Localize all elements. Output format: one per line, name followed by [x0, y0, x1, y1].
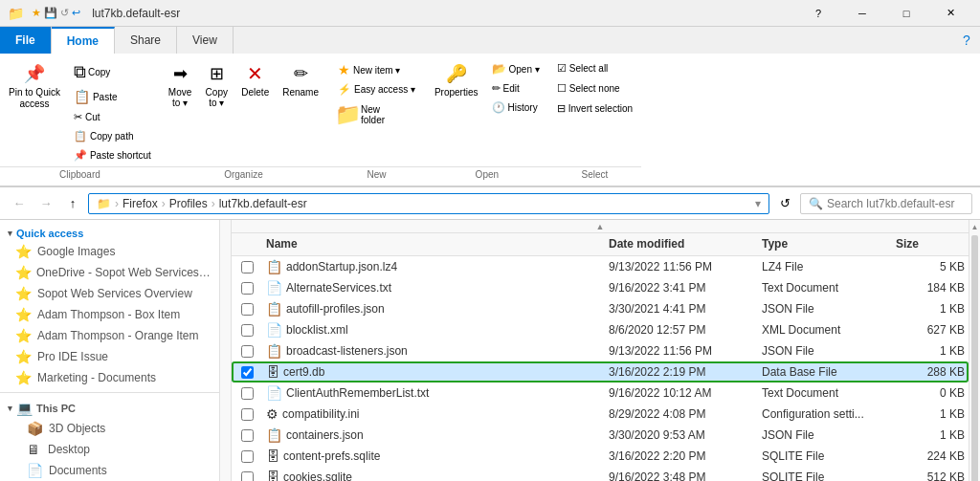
- tab-home[interactable]: Home: [52, 27, 115, 54]
- easy-access-button[interactable]: ⚡ Easy access ▾: [329, 80, 424, 98]
- search-input[interactable]: [827, 197, 961, 210]
- sidebar: ▾ Quick access ⭐ Google Images ⭐ OneDriv…: [0, 220, 220, 481]
- file-checkbox[interactable]: [241, 261, 254, 273]
- select-none-button[interactable]: ☐ Select none: [550, 79, 627, 98]
- file-checkbox[interactable]: [241, 450, 254, 463]
- file-checkbox[interactable]: [241, 303, 254, 316]
- header-date[interactable]: Date modified: [605, 237, 758, 251]
- sidebar-item-desktop[interactable]: 🖥 Desktop: [0, 439, 219, 460]
- file-checkbox[interactable]: [241, 408, 254, 421]
- table-row[interactable]: 📋containers.json3/30/2020 9:53 AMJSON Fi…: [232, 425, 969, 446]
- up-button[interactable]: ↑: [61, 192, 84, 215]
- table-row[interactable]: 📄blocklist.xml8/6/2020 12:57 PMXML Docum…: [232, 319, 969, 340]
- file-scroll-area[interactable]: 📋addonStartup.json.lz49/13/2022 11:56 PM…: [232, 256, 969, 481]
- file-pane: ▲ Name Date modified Type Size 📋addonSta…: [232, 220, 969, 481]
- sidebar-item-adam-orange[interactable]: ⭐ Adam Thompson - Orange Item: [0, 325, 219, 346]
- minimize-button[interactable]: ─: [840, 0, 884, 27]
- copy-to-button[interactable]: ⊞ Copyto ▾: [198, 59, 234, 111]
- sidebar-item-pro-ide[interactable]: ⭐ Pro IDE Issue: [0, 346, 219, 367]
- file-checkbox[interactable]: [241, 282, 254, 295]
- table-row[interactable]: 📄AlternateServices.txt9/16/2022 3:41 PMT…: [232, 277, 969, 298]
- pin-to-quick-access-button[interactable]: 📌 Pin to Quickaccess: [2, 59, 67, 113]
- file-type: SQLITE File: [758, 470, 892, 481]
- table-row[interactable]: 📄ClientAuthRememberList.txt9/16/2022 10:…: [232, 383, 969, 404]
- tab-share[interactable]: Share: [115, 27, 177, 54]
- move-to-button[interactable]: ➡ Moveto ▾: [162, 59, 198, 111]
- forward-button[interactable]: →: [34, 192, 57, 215]
- tab-view[interactable]: View: [177, 27, 234, 54]
- refresh-button[interactable]: ↺: [773, 192, 796, 215]
- copy-button[interactable]: ⧉ Copy: [67, 59, 158, 85]
- history-button[interactable]: 🕐 History: [485, 98, 546, 117]
- open-button[interactable]: 📂 Open ▾: [485, 59, 546, 78]
- properties-button[interactable]: 🔑 Properties: [428, 59, 485, 100]
- file-size: 288 KB: [892, 365, 969, 379]
- new-buttons: ★ New item ▾ ⚡ Easy access ▾ 📁 Newfolder: [327, 57, 426, 166]
- clipboard-group: 📌 Pin to Quickaccess ⧉ Copy 📋 Paste ✂ Cu…: [0, 57, 160, 182]
- star-icon-7: ⭐: [15, 370, 32, 385]
- path-firefox[interactable]: Firefox: [122, 197, 158, 210]
- path-profiles[interactable]: Profiles: [169, 197, 208, 210]
- cut-button[interactable]: ✂ Cut: [67, 108, 158, 126]
- scroll-up-button[interactable]: ▲: [232, 220, 969, 233]
- rename-button[interactable]: ✏ Rename: [276, 59, 325, 100]
- path-profile-name[interactable]: lut7kb.default-esr: [219, 197, 307, 210]
- file-checkbox[interactable]: [241, 324, 254, 337]
- new-folder-button[interactable]: 📁 Newfolder: [329, 100, 391, 129]
- edit-button[interactable]: ✏ Edit: [485, 79, 546, 98]
- maximize-button[interactable]: □: [884, 0, 928, 27]
- invert-selection-button[interactable]: ⊟ Invert selection: [550, 99, 639, 118]
- new-group: ★ New item ▾ ⚡ Easy access ▾ 📁 Newfolder…: [327, 57, 426, 182]
- file-checkbox[interactable]: [241, 387, 254, 400]
- paste-shortcut-button[interactable]: 📌 Paste shortcut: [67, 146, 158, 164]
- sidebar-item-documents[interactable]: 📄 Documents: [0, 460, 219, 481]
- tab-file[interactable]: File: [0, 27, 52, 54]
- pin-icon: 📌: [23, 62, 46, 85]
- address-path[interactable]: 📁 › Firefox › Profiles › lut7kb.default-…: [88, 193, 769, 214]
- file-name: 🗄cookies.sqlite: [262, 470, 605, 481]
- quick-access-icons: ★ 💾 ↺ ↩: [32, 7, 80, 19]
- quick-access-header[interactable]: ▾ Quick access: [0, 224, 219, 241]
- file-checkbox[interactable]: [241, 471, 254, 482]
- table-row[interactable]: 📋broadcast-listeners.json9/13/2022 11:56…: [232, 340, 969, 361]
- table-row[interactable]: 🗄cookies.sqlite9/16/2022 3:48 PMSQLITE F…: [232, 467, 969, 481]
- this-pc-chevron: ▾: [8, 404, 12, 413]
- this-pc-header[interactable]: ▾ 💻 This PC: [0, 397, 219, 418]
- file-checkbox[interactable]: [241, 429, 254, 442]
- table-row[interactable]: 📋autofill-profiles.json3/30/2021 4:41 PM…: [232, 298, 969, 319]
- table-row[interactable]: 📋addonStartup.json.lz49/13/2022 11:56 PM…: [232, 256, 969, 277]
- file-size: 512 KB: [892, 470, 969, 481]
- new-item-button[interactable]: ★ New item ▾: [329, 59, 409, 80]
- sidebar-item-google-images[interactable]: ⭐ Google Images: [0, 241, 219, 262]
- help-icon-button[interactable]: ?: [953, 27, 980, 54]
- help-button[interactable]: ?: [796, 0, 840, 27]
- dropdown-icon: ▾: [755, 197, 761, 210]
- new-item-icon: ★: [338, 62, 350, 77]
- table-row[interactable]: 🗄content-prefs.sqlite3/16/2022 2:20 PMSQ…: [232, 446, 969, 467]
- sidebar-item-marketing[interactable]: ⭐ Marketing - Documents: [0, 367, 219, 388]
- header-type[interactable]: Type: [758, 237, 892, 251]
- header-size[interactable]: Size: [892, 237, 969, 251]
- sidebar-item-adam-box[interactable]: ⭐ Adam Thompson - Box Item: [0, 304, 219, 325]
- delete-button[interactable]: ✕ Delete: [234, 59, 276, 100]
- sidebar-item-onedrive[interactable]: ⭐ OneDrive - Sopot Web Services Director…: [0, 262, 219, 283]
- table-row[interactable]: ⚙compatibility.ini8/29/2022 4:08 PMConfi…: [232, 404, 969, 425]
- file-checkbox[interactable]: [241, 345, 254, 358]
- close-button[interactable]: ✕: [928, 0, 972, 27]
- quick-access-chevron: ▾: [8, 229, 12, 238]
- main-layout: ▾ Quick access ⭐ Google Images ⭐ OneDriv…: [0, 220, 980, 481]
- header-name[interactable]: Name: [262, 237, 605, 251]
- file-type: Configuration setti...: [758, 407, 892, 421]
- file-checkbox[interactable]: [241, 366, 254, 379]
- table-row[interactable]: 🗄cert9.db3/16/2022 2:19 PMData Base File…: [232, 361, 969, 383]
- select-all-button[interactable]: ☑ Select all: [550, 59, 615, 77]
- scroll-top-btn[interactable]: ▲: [969, 220, 980, 233]
- copy-path-button[interactable]: 📋 Copy path: [67, 127, 158, 145]
- back-button[interactable]: ←: [8, 192, 31, 215]
- scroll-thumb[interactable]: [971, 235, 978, 481]
- sidebar-divider: [0, 392, 219, 393]
- sidebar-item-3d-objects[interactable]: 📦 3D Objects: [0, 418, 219, 439]
- paste-button[interactable]: 📋 Paste: [67, 86, 158, 107]
- sidebar-item-sopot-overview[interactable]: ⭐ Sopot Web Services Overview: [0, 283, 219, 304]
- file-type: Text Document: [758, 386, 892, 400]
